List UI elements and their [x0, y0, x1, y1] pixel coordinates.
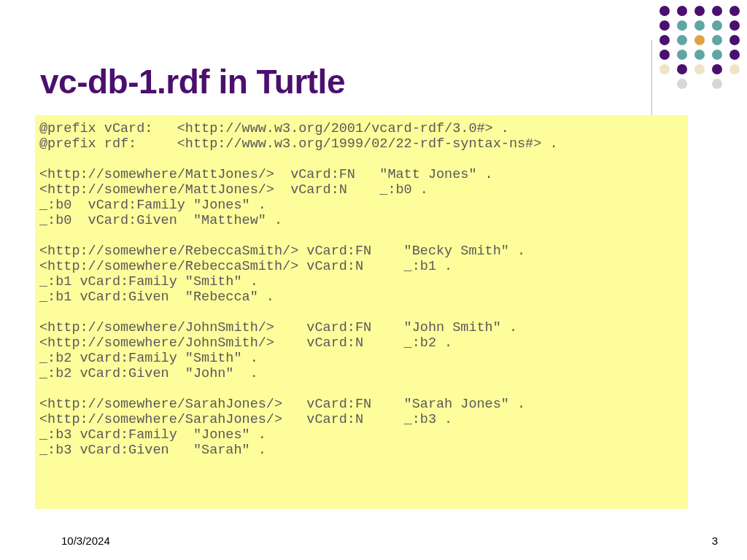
dot-icon	[712, 50, 722, 60]
dot-icon	[712, 35, 722, 45]
dot-icon	[729, 50, 740, 60]
dot-icon	[694, 64, 705, 74]
dot-icon	[659, 35, 670, 45]
dot-icon	[694, 6, 705, 16]
dot-icon	[712, 64, 722, 74]
dot-icon	[677, 20, 687, 31]
dot-icon	[694, 20, 705, 31]
footer-page-number: 3	[712, 534, 718, 547]
dot-icon	[677, 79, 687, 89]
dot-icon	[659, 50, 670, 60]
dot-icon	[677, 64, 687, 74]
dot-icon	[729, 64, 740, 74]
decorative-dots	[659, 6, 740, 93]
dot-icon	[677, 35, 687, 45]
dot-icon	[694, 35, 705, 45]
dot-icon	[659, 20, 670, 31]
dot-icon	[659, 64, 670, 74]
dot-icon	[677, 6, 687, 16]
slide-title: vc-db-1.rdf in Turtle	[40, 62, 345, 101]
dot-icon	[729, 6, 740, 16]
dot-icon	[712, 20, 722, 31]
dot-icon	[659, 79, 670, 89]
footer-date: 10/3/2024	[61, 534, 110, 547]
dot-icon	[729, 79, 740, 89]
dot-icon	[729, 20, 740, 31]
dot-icon	[694, 50, 705, 60]
dot-icon	[677, 50, 687, 60]
dot-icon	[659, 6, 670, 16]
dot-icon	[712, 6, 722, 16]
dot-icon	[694, 79, 705, 89]
slide: vc-db-1.rdf in Turtle @prefix vCard: <ht…	[0, 0, 747, 560]
dot-icon	[729, 35, 740, 45]
dot-icon	[712, 79, 722, 89]
vertical-rule	[651, 40, 652, 128]
code-block: @prefix vCard: <http://www.w3.org/2001/v…	[35, 115, 688, 509]
